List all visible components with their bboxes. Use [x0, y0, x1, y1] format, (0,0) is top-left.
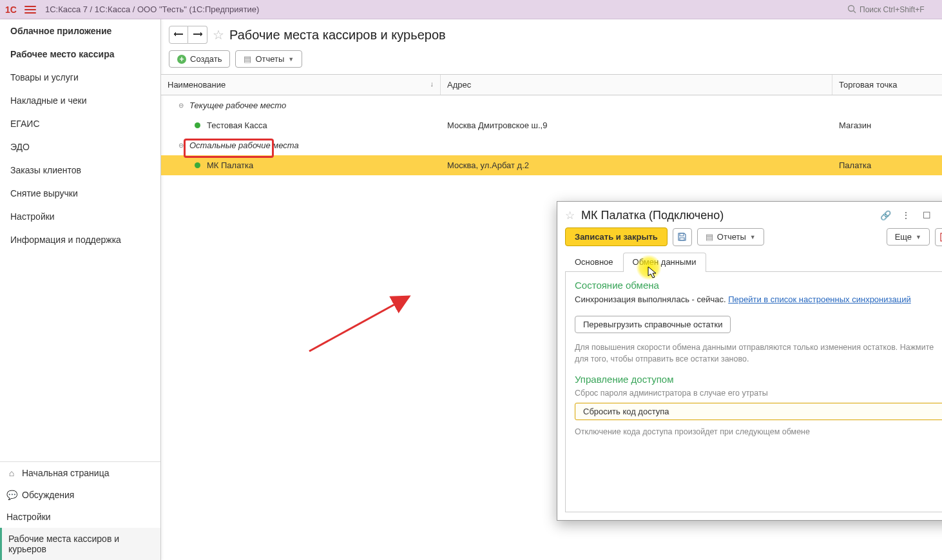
favorite-star-icon[interactable]: ☆ — [213, 27, 224, 43]
create-button-label: Создать — [190, 54, 222, 64]
section-access: Управление доступом — [575, 374, 942, 385]
col-tradepoint[interactable]: Торговая точка — [832, 75, 942, 95]
sidebar-item[interactable]: Снятие выручки — [0, 182, 160, 205]
table-row[interactable]: Тестовая Касса Москва Дмитровское ш.,9 М… — [161, 115, 942, 135]
sidebar-item[interactable]: Облачное приложение — [0, 19, 160, 43]
reports-button-label: Отчеты — [255, 54, 284, 64]
sidebar-item[interactable]: Рабочее место кассира — [0, 43, 160, 66]
nav-forward-button[interactable]: 🠖 — [188, 26, 207, 44]
create-button[interactable]: + Создать — [169, 50, 230, 68]
sidebar-item[interactable]: Товары и услуги — [0, 66, 160, 89]
hint-text: Отключение кода доступа произойдет при с… — [575, 427, 942, 438]
search-input[interactable] — [860, 5, 937, 14]
chevron-down-icon: ▼ — [916, 234, 921, 240]
sidebar-item[interactable]: Настройки — [0, 506, 160, 528]
sidebar-item[interactable]: Накладные и чеки — [0, 89, 160, 112]
svg-line-1 — [854, 11, 856, 14]
table-row-selected[interactable]: МК Палатка Москва, ул.Арбат д.2 Палатка — [161, 155, 942, 175]
sidebar-item[interactable]: ⌂Начальная страница — [0, 462, 160, 484]
floppy-icon — [677, 232, 687, 242]
sidebar-item[interactable]: ЕГАИС — [0, 112, 160, 135]
more-button[interactable]: Еще ▼ — [887, 228, 930, 246]
titlebar: 1C 1С:Касса 7 / 1С:Касса / ООО "Тесть" (… — [0, 0, 942, 19]
collapse-icon[interactable]: ⊖ — [177, 102, 186, 109]
save-button[interactable] — [673, 228, 692, 246]
play-button[interactable] — [935, 228, 942, 246]
sync-list-link[interactable]: Перейти в список настроенных синхронизац… — [728, 294, 911, 304]
save-close-button[interactable]: Записать и закрыть — [565, 227, 668, 246]
page-title: Рабочие места кассиров и курьеров — [229, 28, 446, 43]
reports-icon: ▤ — [706, 232, 713, 242]
svg-rect-4 — [680, 233, 684, 236]
dialog-title: МК Палатка (Подключено) — [581, 209, 872, 222]
dialog-workplace: ☆ МК Палатка (Подключено) 🔗 ⋮ ☐ ✕ Записа… — [557, 201, 942, 521]
maximize-icon[interactable]: ☐ — [919, 208, 934, 222]
tab-exchange[interactable]: Обмен данными — [623, 253, 706, 272]
sidebar-item[interactable]: 💬Обсуждения — [0, 484, 160, 506]
chevron-down-icon: ▼ — [288, 56, 294, 63]
svg-line-3 — [309, 296, 409, 351]
sidebar-item[interactable]: Рабочие места кассиров и курьеров — [0, 528, 160, 560]
search-icon — [847, 5, 857, 14]
collapse-icon[interactable]: ⊖ — [177, 142, 186, 149]
logo-1c: 1C — [5, 5, 17, 15]
sidebar: Облачное приложениеРабочее место кассира… — [0, 19, 161, 560]
tree-group[interactable]: ⊖ Остальные рабочие места — [161, 135, 942, 155]
main-area: 🠔 🠖 ☆ Рабочие места кассиров и курьеров … — [161, 19, 942, 560]
tree-group[interactable]: ⊖ Текущее рабочее место — [161, 95, 942, 115]
access-text: Сброс пароля администратора в случае его… — [575, 389, 942, 398]
sidebar-item[interactable]: Заказы клиентов — [0, 159, 160, 182]
reports-button[interactable]: ▤ Отчеты ▼ — [235, 50, 302, 68]
svg-point-0 — [849, 6, 854, 12]
sort-icon: ↓ — [430, 80, 434, 88]
chat-icon: 💬 — [6, 490, 17, 500]
search-box[interactable] — [847, 5, 937, 14]
plus-icon: + — [177, 55, 186, 64]
nav-back-button[interactable]: 🠔 — [169, 26, 188, 44]
arrow-annotation — [306, 290, 416, 354]
link-icon[interactable]: 🔗 — [878, 208, 892, 222]
chevron-down-icon: ▼ — [750, 234, 756, 240]
reports-icon: ▤ — [244, 54, 251, 64]
col-name[interactable]: Наименование ↓ — [161, 75, 441, 95]
status-dot-icon — [195, 162, 200, 168]
sidebar-item[interactable]: ЭДО — [0, 135, 160, 159]
sidebar-item[interactable]: Информация и поддержка — [0, 228, 160, 251]
titlebar-text: 1С:Касса 7 / 1С:Касса / ООО "Тесть" (1С:… — [45, 5, 847, 14]
menu-dots-icon[interactable]: ⋮ — [899, 208, 913, 222]
reload-balances-button[interactable]: Перевыгрузить справочные остатки — [575, 316, 731, 333]
hint-text: Для повышения скорости обмена данными от… — [575, 342, 942, 365]
tab-main[interactable]: Основное — [565, 253, 623, 272]
reports-button[interactable]: ▤ Отчеты ▼ — [697, 228, 764, 246]
status-dot-icon — [195, 122, 200, 128]
reset-access-button[interactable]: Сбросить код доступа — [575, 403, 942, 420]
sync-status-text: Синхронизация выполнялась - сейчас. — [575, 294, 726, 304]
favorite-star-icon[interactable]: ☆ — [565, 209, 575, 222]
col-address[interactable]: Адрес — [441, 75, 832, 95]
svg-rect-5 — [680, 238, 684, 240]
table-header: Наименование ↓ Адрес Торговая точка — [161, 74, 942, 95]
menu-icon[interactable] — [24, 4, 36, 15]
home-icon: ⌂ — [6, 468, 17, 478]
section-exchange-state: Состояние обмена — [575, 280, 942, 291]
sidebar-item[interactable]: Настройки — [0, 205, 160, 228]
